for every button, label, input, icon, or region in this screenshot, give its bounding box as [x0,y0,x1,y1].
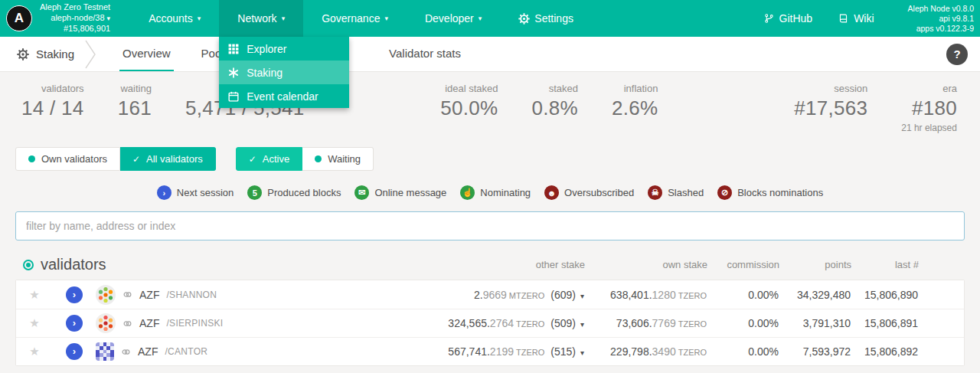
expand-stake-caret-icon[interactable]: ▾ [580,292,584,300]
legend-produced-blocks: 5 Produced blocks [247,185,341,200]
nav-developer[interactable]: Developer ▾ [407,0,500,37]
commission-cell: 0.00% [713,317,785,329]
menu-item-explorer[interactable]: Explorer [219,37,349,61]
legend-next-session: › Next session [157,185,234,200]
next-session-icon: › [157,185,172,200]
stat-ideal-staked: ideal staked 50.0% [440,83,498,120]
git-branch-icon [764,13,774,24]
oversubscribed-icon: ☻ [544,185,559,200]
nominator-count: (515) [550,345,576,358]
link-icon [121,347,131,357]
wiki-link[interactable]: Wiki [838,12,874,25]
table-row: ★ › AZF/SHANNON 2.9669MTZERO(609)▾ [16,280,964,309]
chain-selector[interactable]: Aleph Zero Testnet aleph-node/38▾ #15,80… [40,2,110,34]
legend-oversubscribed: ☻ Oversubscribed [544,185,634,200]
check-icon: ✓ [132,154,140,165]
brand: A Aleph Zero Testnet aleph-node/38▾ #15,… [6,0,110,37]
col-own-stake: own stake [591,259,714,273]
link-icon [122,290,132,299]
table-header: validators other stake own stake commiss… [15,250,965,280]
validator-filters: Own validators ✓ All validators ✓ Active… [0,139,980,175]
tab-validator-stats[interactable]: Validator stats [386,37,464,71]
own-validators-button[interactable]: Own validators [15,147,120,171]
expand-badge[interactable]: › [66,315,83,332]
stats-middle-group: ideal staked 50.0% staked 0.8% inflation… [440,83,658,120]
expand-badge[interactable]: › [66,286,83,303]
stat-inflation: inflation 2.6% [612,83,658,120]
search-bar [0,207,980,250]
question-mark: ? [953,47,960,61]
network-dropdown-menu: Explorer Staking Event calendar [219,37,349,108]
status-legend: › Next session 5 Produced blocks ✉ Onlin… [0,175,980,207]
legend-blocks-nominations: ⊘ Blocks nominations [717,185,823,200]
menu-item-event-calendar[interactable]: Event calendar [219,84,349,108]
stat-staked: staked 0.8% [532,83,578,120]
nav-governance[interactable]: Governance ▾ [303,0,407,37]
help-button[interactable]: ? [946,44,968,65]
all-validators-button[interactable]: ✓ All validators [120,147,216,171]
validator-sub-name: /CANTOR [165,346,207,357]
points-cell: 34,329,480 [785,289,857,301]
other-stake-cell: 324,565.2764TZERO(509)▾ [426,317,590,329]
tab-bar: Staking Overview Pools Validator stats ? [0,37,980,72]
validator-parent-name: AZF [138,345,158,358]
validator-identity: AZF/SHANNON [96,285,426,305]
last-block-cell: 15,806,890 [857,289,924,301]
waiting-filter-button[interactable]: Waiting [302,147,374,171]
calendar-icon [228,91,239,102]
other-stake-cell: 2.9669MTZERO(609)▾ [426,289,590,301]
node-selector[interactable]: aleph-node/38▾ [40,13,110,25]
active-filter-button[interactable]: ✓ Active [236,147,302,171]
stat-waiting: waiting 161 [118,83,152,120]
filter-input[interactable] [15,211,965,240]
own-stake-cell: 73,606.7769TZERO [590,317,713,329]
chevron-divider-icon [85,38,96,70]
asterisk-icon [228,67,239,78]
identicon[interactable] [96,285,116,305]
expander-cell: › [53,343,96,360]
stats-right-group: session #17,563 era #180 21 hr elapsed [794,83,957,133]
menu-item-staking[interactable]: Staking [219,61,349,84]
grid-icon [228,44,239,54]
favorite-star-icon[interactable]: ★ [16,345,53,358]
teal-dot-icon [28,155,35,162]
commission-cell: 0.00% [713,345,785,358]
summary-stats: validators 14 / 14 waiting 161 active / … [0,72,980,139]
chevron-down-icon: ▾ [479,15,482,22]
state-toggle-group: ✓ Active Waiting [236,147,374,171]
col-last-block: last # [858,259,925,273]
node-version: Aleph Node v0.8.0 [908,4,974,14]
logo-letter: A [15,11,24,26]
nav-accounts[interactable]: Accounts ▾ [130,0,219,37]
teal-dot-icon [315,155,322,162]
link-icon [122,319,132,329]
legend-nominating: ☝ Nominating [460,185,531,200]
tab-overview[interactable]: Overview [119,37,174,71]
validator-parent-name: AZF [139,317,159,329]
expand-stake-caret-icon[interactable]: ▾ [580,320,584,329]
aleph-zero-logo[interactable]: A [6,5,32,31]
nav-network[interactable]: Network ▾ Explorer Staking [219,0,303,37]
validators-dot-icon [23,260,34,270]
github-link[interactable]: GitHub [764,12,813,25]
chevron-down-icon: ▾ [384,15,388,22]
table-title: validators [15,256,426,273]
stat-era: era #180 21 hr elapsed [901,83,957,133]
identicon[interactable] [96,342,114,361]
ban-icon: ⊘ [717,185,732,200]
skull-icon: ☠ [648,185,662,200]
favorite-star-icon[interactable]: ★ [16,316,53,330]
expand-stake-caret-icon[interactable]: ▾ [580,348,584,357]
staking-section-icon [17,48,29,61]
nav-settings[interactable]: Settings [500,0,592,37]
table-row: ★ › AZF/SIERPINSKI 324,565.2764TZERO(50 [16,309,964,337]
validator-sub-name: /SHANNON [166,290,217,300]
commission-cell: 0.00% [713,289,785,301]
favorite-star-icon[interactable]: ★ [16,288,53,302]
nominator-count: (609) [550,289,576,301]
expand-badge[interactable]: › [66,343,83,360]
identicon[interactable] [96,313,116,333]
ownership-toggle-group: Own validators ✓ All validators [15,147,216,171]
validator-sub-name: /SIERPINSKI [166,318,223,329]
breadcrumb-chevron [85,37,96,71]
